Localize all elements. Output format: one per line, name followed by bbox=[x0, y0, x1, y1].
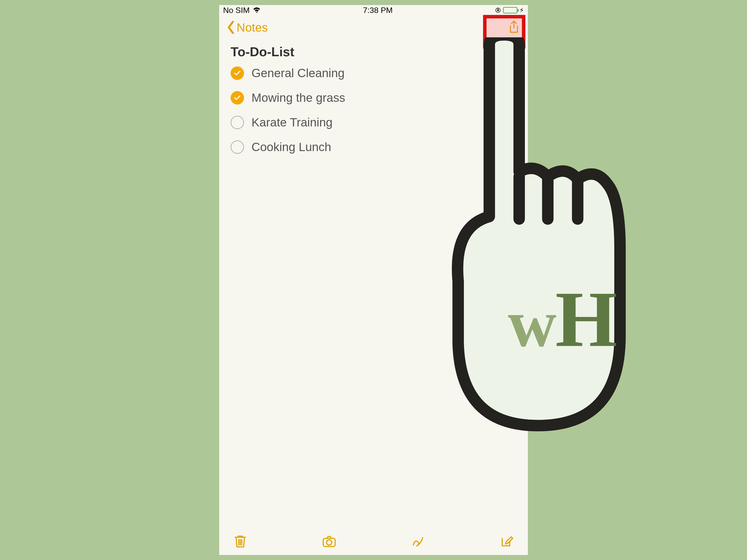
chevron-left-icon bbox=[227, 21, 236, 34]
list-item-label: General Cleaning bbox=[252, 66, 344, 80]
checkbox-empty-icon[interactable] bbox=[231, 140, 244, 154]
checklist: General Cleaning Mowing the grass Karate… bbox=[231, 66, 516, 154]
checkbox-checked-icon[interactable] bbox=[231, 91, 244, 105]
phone-screen: No SIM 7:38 PM ⚡︎ Notes bbox=[219, 5, 528, 555]
camera-icon bbox=[322, 534, 337, 549]
list-item-label: Mowing the grass bbox=[252, 91, 345, 105]
status-bar: No SIM 7:38 PM ⚡︎ bbox=[219, 5, 528, 16]
delete-button[interactable] bbox=[232, 533, 249, 550]
back-button[interactable]: Notes bbox=[227, 21, 268, 34]
list-item[interactable]: Cooking Lunch bbox=[231, 140, 516, 154]
list-item[interactable]: General Cleaning bbox=[231, 66, 516, 80]
share-icon bbox=[508, 20, 520, 34]
note-title: To-Do-List bbox=[231, 44, 516, 59]
list-item[interactable]: Karate Training bbox=[231, 115, 516, 129]
sketch-icon bbox=[410, 534, 425, 549]
checkbox-checked-icon[interactable] bbox=[231, 66, 244, 80]
rotation-lock-icon bbox=[495, 7, 501, 13]
svg-rect-1 bbox=[497, 10, 499, 11]
svg-point-3 bbox=[327, 540, 332, 545]
share-button[interactable] bbox=[508, 20, 520, 35]
compose-icon bbox=[499, 534, 514, 549]
trash-icon bbox=[233, 534, 248, 549]
carrier-label: No SIM bbox=[223, 6, 250, 15]
logo-h: H bbox=[555, 275, 617, 363]
camera-button[interactable] bbox=[320, 533, 338, 550]
list-item[interactable]: Mowing the grass bbox=[231, 91, 516, 105]
battery-icon bbox=[503, 7, 517, 14]
back-label: Notes bbox=[236, 21, 268, 34]
nav-bar: Notes bbox=[219, 16, 528, 39]
list-item-label: Karate Training bbox=[252, 115, 333, 129]
checkbox-empty-icon[interactable] bbox=[231, 116, 244, 129]
sketch-button[interactable] bbox=[409, 533, 427, 550]
note-content: To-Do-List General Cleaning Mowing the g… bbox=[219, 39, 528, 154]
status-time: 7:38 PM bbox=[363, 6, 393, 15]
compose-button[interactable] bbox=[498, 533, 515, 550]
charging-icon: ⚡︎ bbox=[519, 6, 524, 14]
toolbar bbox=[219, 528, 528, 555]
list-item-label: Cooking Lunch bbox=[252, 140, 331, 154]
wifi-icon bbox=[253, 6, 261, 14]
